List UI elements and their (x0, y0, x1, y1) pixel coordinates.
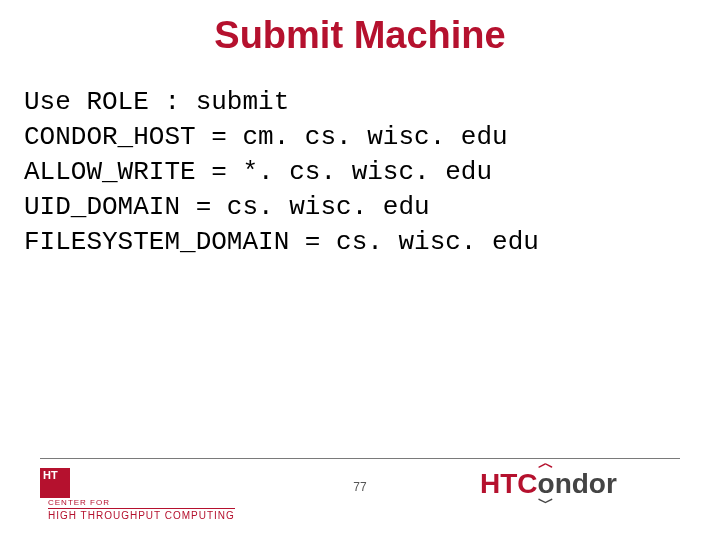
config-line: Use ROLE : submit (24, 85, 696, 120)
slide: Submit Machine Use ROLE : submit CONDOR_… (0, 0, 720, 540)
chtc-badge-icon: HT (40, 468, 70, 498)
footer-divider (40, 458, 680, 459)
chtc-line2: HIGH THROUGHPUT COMPUTING (48, 508, 235, 522)
footer: 77 HT CENTER FOR HIGH THROUGHPUT COMPUTI… (0, 458, 720, 528)
config-line: FILESYSTEM_DOMAIN = cs. wisc. edu (24, 225, 696, 260)
htcondor-logo: HTC︿o﹀ndor (480, 468, 680, 518)
chtc-line1: CENTER FOR (48, 498, 235, 508)
chtc-logo: HT CENTER FOR HIGH THROUGHPUT COMPUTING (40, 468, 240, 518)
config-line: ALLOW_WRITE = *. cs. wisc. edu (24, 155, 696, 190)
chtc-logo-text: CENTER FOR HIGH THROUGHPUT COMPUTING (48, 498, 235, 522)
config-block: Use ROLE : submit CONDOR_HOST = cm. cs. … (0, 57, 720, 260)
config-line: UID_DOMAIN = cs. wisc. edu (24, 190, 696, 225)
htcondor-suffix: ndor (555, 468, 617, 499)
htcondor-wordmark: HTC︿o﹀ndor (480, 468, 617, 499)
slide-title: Submit Machine (0, 0, 720, 57)
config-line: CONDOR_HOST = cm. cs. wisc. edu (24, 120, 696, 155)
htcondor-prefix: HTC (480, 468, 538, 499)
htcondor-o: ︿o﹀ (538, 468, 555, 500)
